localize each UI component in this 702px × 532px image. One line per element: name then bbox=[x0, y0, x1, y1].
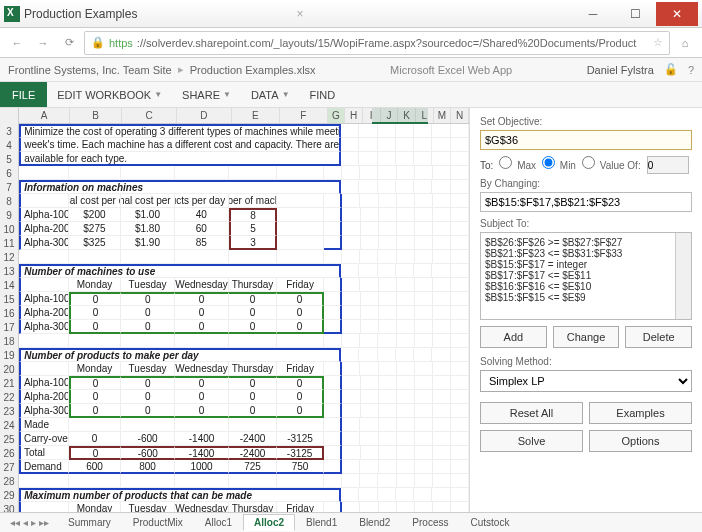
window-titlebar: Production Examples × ─ ☐ ✕ bbox=[0, 0, 702, 28]
file-tab[interactable]: FILE bbox=[0, 82, 47, 107]
sheet-tab-blend1[interactable]: Blend1 bbox=[295, 514, 348, 531]
constraint-item[interactable]: $B$15:$F$15 <= $E$9 bbox=[485, 292, 687, 303]
find-button[interactable]: FIND bbox=[300, 82, 346, 107]
constraint-item[interactable]: $B$21:$F$23 <= $B$31:$F$33 bbox=[485, 248, 687, 259]
sharepoint-band: Frontline Systems, Inc. Team Site ▸ Prod… bbox=[0, 58, 702, 82]
by-changing-input[interactable] bbox=[480, 192, 692, 212]
sheet-tab-productmix[interactable]: ProductMix bbox=[122, 514, 194, 531]
to-label: To: bbox=[480, 160, 493, 171]
home-icon[interactable]: ⌂ bbox=[674, 32, 696, 54]
examples-button[interactable]: Examples bbox=[589, 402, 692, 424]
add-button[interactable]: Add bbox=[480, 326, 547, 348]
by-changing-label: By Changing: bbox=[480, 178, 692, 189]
valueof-radio[interactable]: Value Of: bbox=[582, 156, 641, 171]
minimize-button[interactable]: ─ bbox=[572, 2, 614, 26]
edit-workbook-menu[interactable]: EDIT WORKBOOK▼ bbox=[47, 82, 172, 107]
browser-address-bar: ← → ⟳ 🔒 https ://solverdev.sharepoint.co… bbox=[0, 28, 702, 58]
constraints-list[interactable]: $B$26:$F$26 >= $B$27:$F$27$B$21:$F$23 <=… bbox=[480, 232, 692, 320]
options-button[interactable]: Options bbox=[589, 430, 692, 452]
maximize-button[interactable]: ☐ bbox=[614, 2, 656, 26]
sheet-tab-alloc1[interactable]: Alloc1 bbox=[194, 514, 243, 531]
url-input[interactable]: 🔒 https ://solverdev.sharepoint.com/_lay… bbox=[84, 31, 670, 55]
share-menu[interactable]: SHARE▼ bbox=[172, 82, 241, 107]
forward-icon[interactable]: → bbox=[32, 32, 54, 54]
sheet-tab-summary[interactable]: Summary bbox=[57, 514, 122, 531]
change-button[interactable]: Change bbox=[553, 326, 620, 348]
user-name[interactable]: Daniel Fylstra bbox=[587, 64, 654, 76]
valueof-input[interactable] bbox=[647, 156, 689, 174]
constraint-item[interactable]: $B$16:$F$16 <= $E$10 bbox=[485, 281, 687, 292]
team-site-link[interactable]: Frontline Systems, Inc. Team Site bbox=[8, 64, 172, 76]
help-icon[interactable]: ? bbox=[688, 64, 694, 76]
sheet-tab-blend2[interactable]: Blend2 bbox=[348, 514, 401, 531]
sheet-tabs: ◂◂ ◂ ▸ ▸▸ SummaryProductMixAlloc1Alloc2B… bbox=[0, 512, 702, 532]
solver-panel: Set Objective: To: Max Min Value Of: By … bbox=[470, 108, 702, 512]
star-icon[interactable]: ☆ bbox=[653, 36, 663, 49]
back-icon[interactable]: ← bbox=[6, 32, 28, 54]
max-radio[interactable]: Max bbox=[499, 156, 536, 171]
constraint-item[interactable]: $B$15:$F$17 = integer bbox=[485, 259, 687, 270]
subject-to-label: Subject To: bbox=[480, 218, 692, 229]
constraint-item[interactable]: $B$17:$F$17 <= $E$11 bbox=[485, 270, 687, 281]
tab-close-x[interactable]: × bbox=[297, 7, 304, 21]
excel-icon bbox=[4, 6, 20, 22]
lock-icon: 🔒 bbox=[91, 36, 105, 49]
delete-button[interactable]: Delete bbox=[625, 326, 692, 348]
method-select[interactable]: Simplex LP bbox=[480, 370, 692, 392]
app-name: Microsoft Excel Web App bbox=[316, 64, 587, 76]
tab-last-icon[interactable]: ▸▸ bbox=[39, 517, 49, 528]
min-radio[interactable]: Min bbox=[542, 156, 576, 171]
reset-button[interactable]: Reset All bbox=[480, 402, 583, 424]
constraint-item[interactable]: $B$26:$F$26 >= $B$27:$F$27 bbox=[485, 237, 687, 248]
refresh-icon[interactable]: ⟳ bbox=[58, 32, 80, 54]
solve-button[interactable]: Solve bbox=[480, 430, 583, 452]
share-icon[interactable]: 🔓 bbox=[664, 63, 678, 76]
set-objective-label: Set Objective: bbox=[480, 116, 692, 127]
window-title: Production Examples bbox=[24, 7, 293, 21]
ribbon: FILE EDIT WORKBOOK▼ SHARE▼ DATA▼ FIND bbox=[0, 82, 702, 108]
tab-prev-icon[interactable]: ◂ bbox=[23, 517, 28, 528]
file-name[interactable]: Production Examples.xlsx bbox=[190, 64, 316, 76]
tab-next-icon[interactable]: ▸ bbox=[31, 517, 36, 528]
tab-first-icon[interactable]: ◂◂ bbox=[10, 517, 20, 528]
data-menu[interactable]: DATA▼ bbox=[241, 82, 300, 107]
sheet-tab-process[interactable]: Process bbox=[401, 514, 459, 531]
url-proto: https bbox=[109, 37, 133, 49]
sheet-tab-cutstock[interactable]: Cutstock bbox=[459, 514, 520, 531]
sheet-tab-alloc2[interactable]: Alloc2 bbox=[243, 514, 295, 531]
method-label: Solving Method: bbox=[480, 356, 692, 367]
objective-input[interactable] bbox=[480, 130, 692, 150]
spreadsheet-grid[interactable]: ABCDEFGHIJKLMN 3Minimize the cost of ope… bbox=[0, 108, 470, 512]
close-button[interactable]: ✕ bbox=[656, 2, 698, 26]
